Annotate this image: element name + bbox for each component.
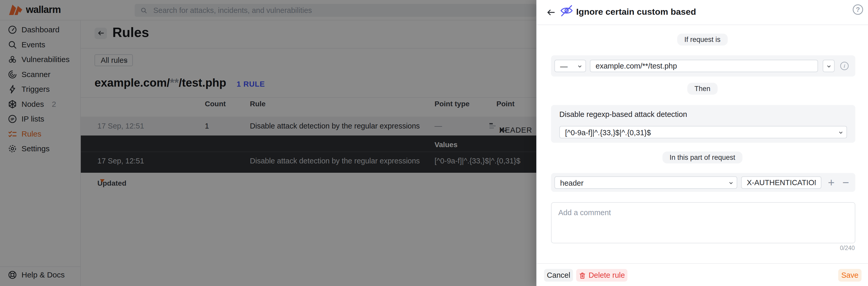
delete-rule-button[interactable]: Delete rule [576,269,627,282]
condition-operator-select[interactable]: — [554,60,586,72]
info-icon[interactable]: i [840,62,849,70]
drawer-header: Ignore certain custom based ? [537,0,868,25]
trash-icon [579,272,586,279]
chevron-down-icon [577,64,582,69]
drawer-title: Ignore certain custom based [576,7,696,17]
action-regex-value: [^0-9a-f]|^.{33,}$|^.{0,31}$ [565,129,651,137]
action-title: Disable regexp-based attack detection [559,110,687,119]
comment-char-counter: 0/240 [840,245,855,252]
point-type-value: header [560,179,583,187]
chevron-down-icon [728,180,734,186]
back-arrow-icon [546,8,555,17]
action-group: Disable regexp-based attack detection [^… [551,105,855,143]
condition-add-select[interactable] [823,60,835,72]
then-chip: Then [687,83,718,95]
condition-group: — i [551,55,855,76]
app-root: wallarm Dashboard Events Vulnerabilities [0,0,868,286]
comment-textarea[interactable] [551,202,855,243]
svg-text:i: i [844,63,845,69]
part-of-request-chip: In this part of request [662,151,743,164]
drawer-footer: Cancel Delete rule Save [537,263,868,286]
rule-editor-drawer: Ignore certain custom based ? If request… [536,0,868,286]
point-type-select[interactable]: header [554,176,737,189]
chevron-down-icon [826,64,832,69]
cancel-button[interactable]: Cancel [544,269,573,282]
condition-operator-value: — [560,62,568,71]
delete-rule-label: Delete rule [589,271,625,279]
chevron-down-icon [838,130,843,135]
eye-off-icon [560,4,574,17]
modal-overlay[interactable] [0,0,536,286]
remove-point-button[interactable]: − [840,176,851,189]
if-request-chip: If request is [677,34,728,45]
point-group: header + − [551,173,855,192]
point-name-input[interactable] [741,176,822,189]
help-icon[interactable]: ? [853,4,863,15]
condition-uri-input[interactable] [590,60,818,72]
action-regex-select[interactable]: [^0-9a-f]|^.{33,}$|^.{0,31}$ [559,126,847,138]
drawer-back-button[interactable] [545,7,556,18]
save-button[interactable]: Save [838,269,862,282]
add-point-button[interactable]: + [826,176,837,189]
